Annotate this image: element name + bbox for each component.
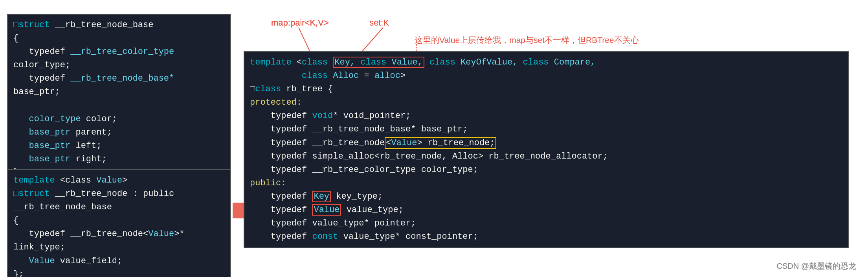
annotation-set-k-text: set:K <box>369 18 389 28</box>
code-line-7: base_ptr parent; <box>13 126 225 139</box>
code-line-1: □struct __rb_tree_node_base <box>13 18 225 32</box>
code-r-14: typedef const value_type* const_pointer; <box>250 230 842 244</box>
code-r-6: typedef __rb_tree_node_base* base_ptr; <box>250 123 842 136</box>
code-r-11: typedef Key key_type; <box>250 190 842 203</box>
code-r-1: template <class Key, class Value, class … <box>250 56 842 69</box>
code-r-4: protected: <box>250 96 842 109</box>
code-line-6: color_type color; <box>13 113 225 126</box>
code-line-3: typedef __rb_tree_color_type color_type; <box>13 45 225 72</box>
code-line-8: base_ptr left; <box>13 139 225 153</box>
code-line-4: typedef __rb_tree_node_base* base_ptr; <box>13 72 225 99</box>
code-r-13: typedef value_type* pointer; <box>250 217 842 230</box>
code-bl-2: □struct __rb_tree_node : public __rb_tre… <box>13 187 225 214</box>
code-r-8: typedef simple_alloc<rb_tree_node, Alloc… <box>250 150 842 163</box>
code-bl-3: { <box>13 214 225 227</box>
annotation-map-pair-text: map:pair<K,V> <box>271 18 329 28</box>
code-bl-4: typedef __rb_tree_node<Value>* link_type… <box>13 227 225 254</box>
code-r-7: typedef __rb_tree_node<Value> rb_tree_no… <box>250 137 842 150</box>
code-bl-5: Value value_field; <box>13 255 225 268</box>
code-line-9: base_ptr right; <box>13 153 225 166</box>
code-block-rb-tree-node: template <class Value> □struct __rb_tree… <box>7 169 231 277</box>
code-line-2: { <box>13 32 225 45</box>
code-r-9: typedef __rb_tree_color_type color_type; <box>250 163 842 177</box>
code-r-12: typedef Value value_type; <box>250 203 842 217</box>
code-bl-6: }; <box>13 268 225 277</box>
main-container: □struct __rb_tree_node_base { typedef __… <box>0 0 868 277</box>
watermark-text: CSDN @戴墨镜的恐龙 <box>776 261 856 271</box>
code-block-rb-tree-node-base: □struct __rb_tree_node_base { typedef __… <box>7 14 231 184</box>
code-bl-1: template <class Value> <box>13 174 225 187</box>
code-block-rb-tree: template <class Key, class Value, class … <box>244 51 849 248</box>
code-r-10: public: <box>250 177 842 190</box>
annotation-note-text: 这里的Value上层传给我，map与set不一样，但RBTree不关心 <box>415 35 639 46</box>
code-r-5: typedef void* void_pointer; <box>250 109 842 123</box>
code-line-5 <box>13 99 225 113</box>
code-r-2: class Alloc = alloc> <box>250 69 842 83</box>
code-r-3: □class rb_tree { <box>250 83 842 96</box>
